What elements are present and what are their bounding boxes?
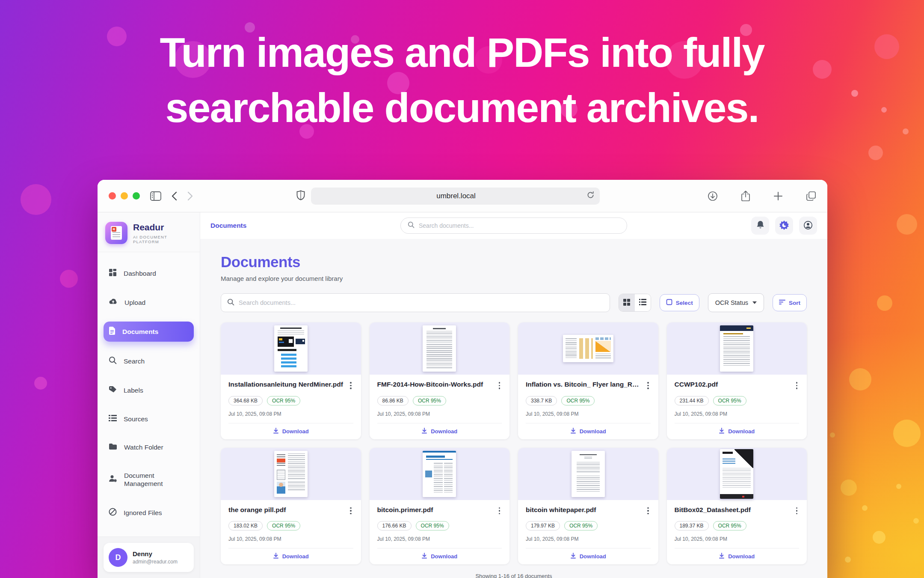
document-thumbnail[interactable] <box>518 322 658 375</box>
search-icon <box>408 221 415 230</box>
document-card[interactable]: bitcoin whitepaper.pdf 179.97 KB OCR 95%… <box>518 448 658 565</box>
sidebar-item-label: Search <box>124 357 145 365</box>
ocr-badge: OCR 95% <box>564 521 598 530</box>
document-card[interactable]: the orange pill.pdf 183.02 KB OCR 95% Ju… <box>221 448 361 565</box>
downloads-icon[interactable] <box>708 191 718 201</box>
user-card[interactable]: D Denny admin@readur.com <box>104 543 194 572</box>
document-card[interactable]: FMF-2014-How-Bitcoin-Works.pdf 86.86 KB … <box>370 322 510 439</box>
download-label: Download <box>282 428 309 435</box>
sort-button[interactable]: Sort <box>773 294 807 311</box>
download-button[interactable]: Download <box>564 423 612 439</box>
sidebar-item-label: Document Management <box>124 471 188 488</box>
select-label: Select <box>676 300 693 306</box>
theme-toggle-button[interactable] <box>775 217 793 235</box>
document-card[interactable]: Installationsanleitung NerdMiner.pdf 364… <box>221 322 361 439</box>
more-options-icon[interactable] <box>497 381 502 390</box>
more-options-icon[interactable] <box>348 381 353 390</box>
more-options-icon[interactable] <box>646 506 651 516</box>
address-bar[interactable]: umbrel.local <box>311 188 600 205</box>
sidebar-item-watch-folder[interactable]: Watch Folder <box>104 438 194 457</box>
file-size-badge: 189.37 KB <box>675 521 709 530</box>
account-button[interactable] <box>799 217 817 235</box>
sun-moon-icon <box>779 220 789 231</box>
download-button[interactable]: Download <box>267 548 315 564</box>
download-button[interactable]: Download <box>713 423 761 439</box>
ocr-status-dropdown[interactable]: OCR Status <box>708 293 764 312</box>
more-options-icon[interactable] <box>497 506 502 516</box>
document-thumbnail[interactable] <box>518 448 658 500</box>
zoom-button[interactable] <box>133 192 140 200</box>
document-date: Jul 10, 2025, 09:08 PM <box>526 536 651 542</box>
document-thumbnail[interactable] <box>221 322 361 375</box>
more-options-icon[interactable] <box>646 381 651 390</box>
back-button[interactable] <box>172 191 177 201</box>
document-thumbnail[interactable] <box>370 448 510 500</box>
download-button[interactable]: Download <box>415 548 463 564</box>
document-title: Installationsanleitung NerdMiner.pdf <box>228 381 345 388</box>
results-count: Showing 1-16 of 16 documents <box>221 573 807 578</box>
topbar-search-input[interactable] <box>419 222 620 229</box>
sidebar-item-documents[interactable]: Documents <box>104 322 194 342</box>
ocr-badge: OCR 95% <box>416 521 449 530</box>
document-thumbnail[interactable] <box>667 322 807 375</box>
ocr-badge: OCR 95% <box>267 396 300 405</box>
sort-icon <box>779 299 785 306</box>
notifications-button[interactable] <box>751 217 769 235</box>
new-tab-icon[interactable] <box>773 191 783 201</box>
sidebar-item-search[interactable]: Search <box>104 351 194 371</box>
sidebar-item-upload[interactable]: Upload <box>104 293 194 312</box>
sidebar-item-sources[interactable]: Sources <box>104 409 194 429</box>
tag-icon <box>109 386 117 395</box>
documents-grid: Installationsanleitung NerdMiner.pdf 364… <box>221 322 807 564</box>
close-button[interactable] <box>109 192 116 200</box>
download-button[interactable]: Download <box>564 548 612 564</box>
readur-logo-icon: R <box>105 222 127 244</box>
sidebar-toggle-icon[interactable] <box>150 191 161 201</box>
slash-circle-icon <box>109 508 117 518</box>
list-view-button[interactable] <box>635 294 651 311</box>
document-card[interactable]: BitBox02_Datasheet.pdf 189.37 KB OCR 95%… <box>667 448 807 565</box>
page-title: Documents <box>221 253 807 271</box>
download-icon <box>273 428 279 435</box>
privacy-shield-icon[interactable] <box>296 190 305 202</box>
brand-name: Readur <box>133 222 192 232</box>
sidebar-footer: D Denny admin@readur.com <box>98 536 200 578</box>
app-topbar: Documents <box>200 212 827 239</box>
more-options-icon[interactable] <box>794 506 800 516</box>
download-label: Download <box>282 553 309 560</box>
sidebar-item-label: Ignored Files <box>124 509 162 517</box>
sidebar-item-ignored-files[interactable]: Ignored Files <box>104 503 194 523</box>
document-card[interactable]: CCWP102.pdf 231.44 KB OCR 95% Jul 10, 20… <box>667 322 807 439</box>
document-thumbnail[interactable] <box>370 322 510 375</box>
document-thumbnail[interactable] <box>667 448 807 500</box>
view-toggle <box>619 294 651 312</box>
forward-button[interactable] <box>187 191 193 201</box>
document-title: BitBox02_Datasheet.pdf <box>675 506 791 514</box>
logo-letter: R <box>112 227 116 232</box>
document-date: Jul 10, 2025, 09:08 PM <box>377 536 502 542</box>
hero-headline: Turn images and PDFs into fully searchab… <box>0 25 924 135</box>
sidebar-item-label: Watch Folder <box>124 443 163 451</box>
document-search[interactable] <box>221 293 610 312</box>
minimize-button[interactable] <box>121 192 128 200</box>
document-search-input[interactable] <box>239 299 604 306</box>
more-options-icon[interactable] <box>794 381 800 390</box>
sidebar-item-document-management[interactable]: Document Management <box>104 466 193 493</box>
document-thumbnail[interactable] <box>221 448 361 500</box>
share-icon[interactable] <box>741 191 750 202</box>
topbar-search[interactable] <box>400 217 627 234</box>
sidebar-item-label: Upload <box>124 298 145 307</box>
grid-view-button[interactable] <box>619 294 635 311</box>
tab-overview-icon[interactable] <box>806 191 816 201</box>
breadcrumb[interactable]: Documents <box>210 222 400 229</box>
download-button[interactable]: Download <box>713 548 761 564</box>
sidebar-item-labels[interactable]: Labels <box>104 381 194 400</box>
document-card[interactable]: Inflation vs. Bitcoin_ Flyer lang_RGB.pd… <box>518 322 658 439</box>
download-button[interactable]: Download <box>415 423 463 439</box>
sidebar-item-dashboard[interactable]: Dashboard <box>104 263 194 283</box>
document-card[interactable]: bitcoin.primer.pdf 176.66 KB OCR 95% Jul… <box>370 448 510 565</box>
select-button[interactable]: Select <box>660 294 699 311</box>
more-options-icon[interactable] <box>348 506 353 516</box>
reload-icon[interactable] <box>586 191 595 201</box>
download-button[interactable]: Download <box>267 423 315 439</box>
